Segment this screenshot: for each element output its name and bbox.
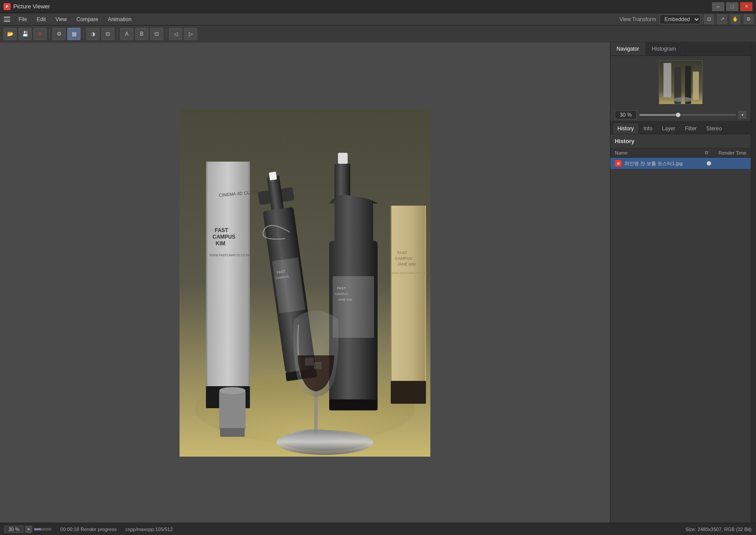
menu-view[interactable]: View bbox=[51, 15, 71, 24]
svg-rect-43 bbox=[220, 428, 245, 437]
view-transform-select[interactable]: Embedded Linear sRGB bbox=[660, 15, 701, 24]
menubar-right: View Transform Embedded Linear sRGB ⊡ ↗ … bbox=[620, 15, 753, 24]
right-scrollbar[interactable] bbox=[751, 42, 756, 523]
history-item-dot bbox=[707, 161, 711, 166]
sep1 bbox=[49, 29, 50, 39]
render-scene: CINEMA 4D CLASS FAST CAMPUS KIM WWW.FAST… bbox=[180, 109, 430, 457]
svg-text:WWW.FASTCAMPUS.CO.KR: WWW.FASTCAMPUS.CO.KR bbox=[392, 272, 427, 274]
status-zoom-bar-fill bbox=[34, 528, 41, 530]
svg-text:KIM: KIM bbox=[216, 240, 225, 247]
hamburger-line bbox=[4, 17, 10, 18]
crop-icon: ⊡ bbox=[154, 31, 159, 37]
panel-tabs: History Info Layer Filter Stereo bbox=[610, 122, 751, 134]
sep4 bbox=[166, 29, 166, 39]
svg-rect-38 bbox=[305, 358, 314, 365]
history-item-icon: ⊞ bbox=[615, 160, 622, 167]
svg-text:FAST: FAST bbox=[397, 251, 407, 255]
maximize-button[interactable]: □ bbox=[726, 2, 738, 11]
save-button[interactable]: 💾 bbox=[18, 28, 32, 40]
tab-stereo[interactable]: Stereo bbox=[702, 123, 726, 134]
preview-thumbnail bbox=[659, 60, 703, 104]
tab-info[interactable]: Info bbox=[639, 123, 657, 134]
zoom-dropdown-button[interactable]: ▾ bbox=[738, 111, 746, 119]
compare-button[interactable]: ⊟ bbox=[101, 28, 114, 40]
menu-compare[interactable]: Compare bbox=[72, 15, 103, 24]
menu-edit[interactable]: Edit bbox=[32, 15, 50, 24]
svg-rect-27 bbox=[391, 206, 426, 404]
tab-histogram[interactable]: Histogram bbox=[646, 42, 683, 55]
svg-text:FAST: FAST bbox=[215, 227, 228, 233]
export-icon-btn[interactable]: ↗ bbox=[717, 15, 727, 24]
exposure-button[interactable]: ◑ bbox=[86, 28, 99, 40]
svg-text:JANE   KIM: JANE KIM bbox=[338, 298, 352, 301]
svg-rect-19 bbox=[338, 153, 348, 164]
gear-icon: ⚙ bbox=[57, 31, 62, 37]
app-title: Picture Viewer bbox=[13, 3, 50, 10]
next-icon: ▷ bbox=[189, 31, 193, 37]
menubar-settings-btn[interactable]: ⚙ bbox=[744, 15, 753, 24]
canvas-area[interactable]: CINEMA 4D CLASS FAST CAMPUS KIM WWW.FAST… bbox=[0, 42, 610, 523]
svg-rect-47 bbox=[663, 63, 671, 97]
history-row[interactable]: ⊞ 와인병 잔 보틀 포스터1.jpg bbox=[610, 158, 751, 170]
tab-filter[interactable]: Filter bbox=[680, 123, 701, 134]
history-title: History bbox=[610, 134, 751, 148]
compare-icon: ⊟ bbox=[106, 31, 110, 37]
render-settings-button[interactable]: ⚙ bbox=[52, 28, 66, 40]
svg-text:CAMPUS: CAMPUS bbox=[395, 256, 412, 261]
svg-rect-28 bbox=[391, 206, 392, 404]
zoom-slider[interactable] bbox=[639, 114, 736, 116]
crop-button[interactable]: ⊡ bbox=[150, 28, 163, 40]
menu-file[interactable]: File bbox=[14, 15, 31, 24]
render-button[interactable]: ▦ bbox=[67, 28, 81, 40]
text-a-button[interactable]: A bbox=[120, 28, 133, 40]
open-button[interactable]: 📂 bbox=[4, 28, 17, 40]
svg-rect-3 bbox=[206, 162, 207, 408]
svg-rect-42 bbox=[219, 391, 246, 430]
text-a-icon: A bbox=[125, 31, 128, 37]
history-item-name: 와인병 잔 보틀 포스터1.jpg bbox=[624, 160, 705, 167]
status-zoom-bar[interactable] bbox=[34, 528, 51, 531]
history-col-name: Name bbox=[615, 150, 702, 155]
view-transform-label: View Transform bbox=[620, 16, 656, 22]
hamburger-menu[interactable] bbox=[3, 15, 11, 24]
svg-rect-4 bbox=[249, 162, 250, 408]
image-display: CINEMA 4D CLASS FAST CAMPUS KIM WWW.FAST… bbox=[180, 109, 430, 457]
hand-icon-btn[interactable]: ✋ bbox=[730, 15, 740, 24]
toolbar: 📂 💾 ✕ ⚙ ▦ ◑ ⊟ A B ⊡ ◁ ▷ bbox=[0, 26, 756, 42]
svg-point-44 bbox=[219, 387, 246, 394]
menubar: File Edit View Compare Animation View Tr… bbox=[0, 13, 756, 26]
hamburger-line bbox=[4, 19, 10, 20]
save-icon: 💾 bbox=[22, 31, 29, 37]
svg-rect-34 bbox=[391, 381, 426, 404]
svg-rect-50 bbox=[693, 72, 699, 100]
history-header: Name R Render Time bbox=[610, 148, 751, 158]
tab-navigator[interactable]: Navigator bbox=[610, 42, 646, 55]
menu-animation[interactable]: Animation bbox=[103, 15, 136, 24]
navigator-preview bbox=[610, 56, 751, 109]
minimize-button[interactable]: ─ bbox=[712, 2, 724, 11]
history-list: ⊞ 와인병 잔 보틀 포스터1.jpg bbox=[610, 158, 751, 523]
prev-icon: ◁ bbox=[174, 31, 178, 37]
navigator-tabs: Navigator Histogram bbox=[610, 42, 751, 56]
close-image-button[interactable]: ✕ bbox=[33, 28, 47, 40]
svg-text:JANE  KIM: JANE KIM bbox=[397, 262, 416, 266]
sep2 bbox=[83, 29, 84, 39]
status-render-progress: 00:00:18 Render progress bbox=[60, 527, 117, 532]
svg-rect-37 bbox=[314, 391, 318, 437]
tab-history[interactable]: History bbox=[613, 123, 638, 134]
next-button[interactable]: ▷ bbox=[184, 28, 197, 40]
statusbar: 30 % ▾ 00:00:18 Render progress cspp/max… bbox=[0, 523, 756, 535]
tab-layer[interactable]: Layer bbox=[657, 123, 679, 134]
close-button[interactable]: ✕ bbox=[740, 2, 752, 11]
render-icon: ▦ bbox=[72, 31, 77, 37]
main-area: CINEMA 4D CLASS FAST CAMPUS KIM WWW.FAST… bbox=[0, 42, 756, 523]
status-zoom-arrow[interactable]: ▾ bbox=[25, 526, 32, 533]
text-b-button[interactable]: B bbox=[135, 28, 148, 40]
monitor-icon-btn[interactable]: ⊡ bbox=[704, 15, 714, 24]
status-size: Size: 2480x3507, RGB (32 Bit) bbox=[686, 527, 752, 532]
zoom-track bbox=[639, 114, 736, 116]
prev-button[interactable]: ◁ bbox=[169, 28, 182, 40]
sep3 bbox=[117, 29, 117, 39]
zoom-thumb[interactable] bbox=[676, 113, 680, 117]
zoom-value-display[interactable]: 30 % bbox=[615, 111, 637, 119]
